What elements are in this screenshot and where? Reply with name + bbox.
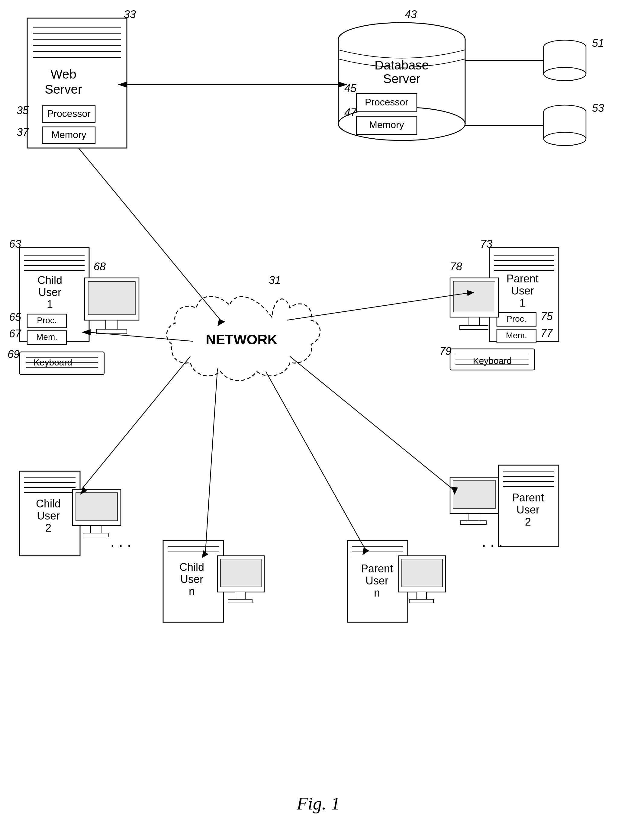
ref-63: 63 bbox=[9, 238, 21, 250]
network-cloud: NETWORK 31 bbox=[167, 274, 320, 381]
parent-user-1-keyboard: Keyboard 79 bbox=[439, 345, 534, 370]
svg-text:Child: Child bbox=[38, 274, 62, 286]
svg-text:Processor: Processor bbox=[365, 97, 408, 107]
ref-47: 47 bbox=[344, 106, 357, 119]
svg-rect-50 bbox=[106, 320, 118, 329]
ref-37: 37 bbox=[17, 126, 29, 138]
svg-line-132 bbox=[287, 293, 468, 320]
svg-line-134 bbox=[290, 357, 453, 489]
svg-point-25 bbox=[544, 67, 586, 81]
database-server: Database Server Processor Memory 43 45 4… bbox=[338, 8, 465, 141]
diagram-container: Web Server Processor Memory 33 35 37 bbox=[0, 0, 637, 840]
svg-text:User: User bbox=[517, 504, 539, 516]
svg-text:2: 2 bbox=[45, 522, 51, 534]
ref-53: 53 bbox=[592, 102, 604, 114]
ref-79: 79 bbox=[439, 345, 452, 357]
memory-web-label: Memory bbox=[51, 129, 86, 140]
svg-rect-93 bbox=[454, 281, 495, 312]
svg-text:Parent: Parent bbox=[361, 562, 393, 575]
ref-35: 35 bbox=[17, 104, 29, 117]
processor-web-label: Processor bbox=[47, 108, 91, 119]
ellipsis-child: . . . bbox=[110, 533, 131, 550]
svg-rect-94 bbox=[468, 317, 480, 325]
ref-78: 78 bbox=[450, 261, 462, 273]
ref-75: 75 bbox=[541, 310, 553, 322]
svg-text:User: User bbox=[511, 284, 534, 297]
ref-69: 69 bbox=[8, 348, 20, 360]
svg-text:User: User bbox=[37, 510, 60, 522]
child-user-2: Child User 2 bbox=[20, 471, 80, 556]
svg-text:n: n bbox=[374, 587, 380, 599]
child-user-1-keyboard: Keyboard 69 bbox=[8, 348, 104, 374]
svg-text:Keyboard: Keyboard bbox=[473, 356, 512, 366]
svg-rect-67 bbox=[91, 526, 101, 533]
svg-point-30 bbox=[544, 132, 586, 145]
ellipsis-parent: . . . bbox=[482, 533, 503, 550]
svg-text:Mem.: Mem. bbox=[506, 331, 527, 340]
ref-73: 73 bbox=[480, 238, 492, 250]
child-user-n: Child User n bbox=[163, 541, 223, 622]
child-user-n-monitor bbox=[218, 556, 264, 603]
svg-text:Memory: Memory bbox=[369, 119, 404, 130]
svg-rect-121 bbox=[402, 559, 443, 587]
parent-user-2: Parent User 2 bbox=[498, 465, 559, 547]
svg-rect-68 bbox=[83, 533, 109, 537]
ref-31: 31 bbox=[269, 274, 281, 286]
svg-text:Mem.: Mem. bbox=[36, 332, 57, 342]
ref-43: 43 bbox=[405, 8, 417, 21]
svg-text:n: n bbox=[189, 585, 195, 597]
svg-text:1: 1 bbox=[520, 297, 526, 309]
network-label: NETWORK bbox=[206, 332, 278, 347]
web-server-label: Web bbox=[51, 67, 76, 81]
svg-text:Server: Server bbox=[383, 72, 420, 86]
svg-line-130 bbox=[205, 368, 218, 553]
parent-user-2-monitor bbox=[450, 477, 498, 524]
svg-rect-77 bbox=[220, 559, 261, 587]
svg-text:Parent: Parent bbox=[512, 491, 544, 504]
svg-text:User: User bbox=[38, 286, 61, 298]
storage-1: 51 bbox=[544, 37, 604, 81]
svg-rect-110 bbox=[453, 480, 495, 508]
svg-rect-49 bbox=[88, 281, 135, 315]
ref-68: 68 bbox=[94, 261, 106, 273]
ref-33: 33 bbox=[124, 8, 136, 21]
svg-rect-79 bbox=[228, 599, 252, 603]
ref-67: 67 bbox=[9, 327, 22, 340]
svg-text:Proc.: Proc. bbox=[506, 314, 526, 324]
child-user-1-monitor: 68 bbox=[85, 261, 139, 334]
svg-text:Proc.: Proc. bbox=[37, 316, 57, 325]
svg-rect-112 bbox=[460, 521, 486, 524]
ref-77: 77 bbox=[541, 327, 553, 339]
svg-text:2: 2 bbox=[525, 516, 531, 528]
ref-65: 65 bbox=[9, 311, 21, 323]
web-server: Web Server Processor Memory 33 35 37 bbox=[17, 8, 136, 148]
svg-text:User: User bbox=[365, 575, 389, 587]
ref-51: 51 bbox=[592, 37, 604, 49]
figure-caption: Fig. 1 bbox=[296, 794, 340, 813]
svg-rect-66 bbox=[76, 493, 117, 521]
svg-rect-95 bbox=[460, 325, 488, 330]
ref-45: 45 bbox=[344, 82, 357, 95]
svg-text:Child: Child bbox=[36, 497, 61, 510]
svg-rect-111 bbox=[468, 513, 479, 521]
svg-rect-122 bbox=[416, 592, 427, 599]
svg-rect-123 bbox=[409, 599, 433, 603]
svg-text:Database: Database bbox=[375, 58, 429, 72]
svg-line-128 bbox=[82, 357, 190, 489]
svg-text:Parent: Parent bbox=[506, 272, 539, 285]
child-user-1: Child User 1 Proc. Mem. 63 65 67 bbox=[9, 238, 89, 344]
svg-line-136 bbox=[266, 371, 365, 550]
svg-text:User: User bbox=[180, 573, 203, 585]
svg-text:1: 1 bbox=[47, 298, 53, 311]
svg-rect-78 bbox=[235, 592, 245, 599]
storage-2: 53 bbox=[544, 102, 604, 145]
svg-text:Child: Child bbox=[179, 561, 204, 573]
svg-text:Keyboard: Keyboard bbox=[33, 357, 72, 367]
svg-text:Server: Server bbox=[45, 82, 82, 96]
